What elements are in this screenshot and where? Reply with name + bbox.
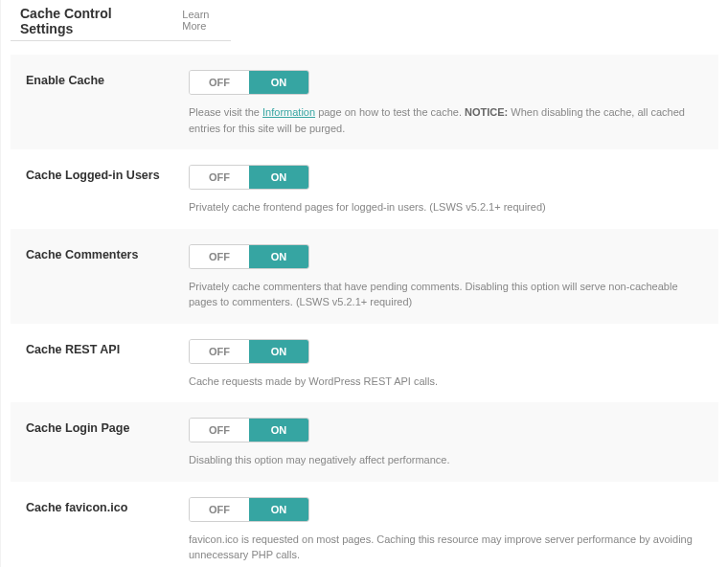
header-learn-more-link[interactable]: Learn More [182, 9, 231, 32]
row-cache-logged-in: Cache Logged-in Users OFF ON Privately c… [11, 149, 718, 229]
toggle-on[interactable]: ON [249, 340, 308, 363]
row-label: Enable Cache [26, 70, 189, 87]
desc-text: page on how to test the cache. [315, 106, 465, 118]
toggle-on[interactable]: ON [249, 498, 308, 521]
row-value: OFF ON Disabling this option may negativ… [189, 418, 703, 468]
toggle-off[interactable]: OFF [190, 419, 249, 442]
row-value: OFF ON Privately cache commenters that h… [189, 244, 703, 310]
row-desc: Privately cache commenters that have pen… [189, 279, 703, 310]
toggle-cache-favicon: OFF ON [189, 497, 309, 522]
desc-notice: NOTICE: [465, 106, 508, 118]
row-cache-commenters: Cache Commenters OFF ON Privately cache … [11, 229, 718, 324]
row-label: Cache Commenters [26, 244, 189, 261]
toggle-on[interactable]: ON [249, 419, 308, 442]
row-desc: Please visit the Information page on how… [189, 104, 703, 136]
row-desc: Cache requests made by WordPress REST AP… [189, 374, 703, 390]
toggle-on[interactable]: ON [249, 245, 308, 268]
row-cache-rest-api: Cache REST API OFF ON Cache requests mad… [11, 324, 718, 403]
toggle-cache-login-page: OFF ON [189, 418, 309, 442]
row-desc: Disabling this option may negatively aff… [189, 452, 703, 468]
panel-title: Cache Control Settings [20, 6, 153, 40]
row-value: OFF ON Privately cache frontend pages fo… [189, 165, 703, 215]
cache-settings-panel: Cache Control Settings Learn More Enable… [0, 0, 728, 567]
row-desc: Privately cache frontend pages for logge… [189, 199, 703, 215]
row-label: Cache REST API [26, 339, 189, 356]
row-cache-login-page: Cache Login Page OFF ON Disabling this o… [11, 402, 718, 482]
toggle-off[interactable]: OFF [190, 498, 249, 521]
row-label: Cache Logged-in Users [26, 165, 189, 182]
toggle-cache-rest-api: OFF ON [189, 339, 309, 364]
row-value: OFF ON Please visit the Information page… [189, 70, 703, 136]
toggle-on[interactable]: ON [249, 71, 308, 94]
row-label: Cache favicon.ico [26, 497, 189, 514]
row-label: Cache Login Page [26, 418, 189, 435]
desc-text: Please visit the [189, 106, 262, 118]
toggle-enable-cache: OFF ON [189, 70, 309, 95]
toggle-on[interactable]: ON [249, 166, 308, 189]
row-cache-favicon: Cache favicon.ico OFF ON favicon.ico is … [11, 482, 718, 568]
toggle-cache-logged-in: OFF ON [189, 165, 309, 190]
row-desc: favicon.ico is requested on most pages. … [189, 532, 703, 563]
row-enable-cache: Enable Cache OFF ON Please visit the Inf… [11, 55, 718, 149]
toggle-off[interactable]: OFF [190, 166, 249, 189]
row-value: OFF ON Cache requests made by WordPress … [189, 339, 703, 390]
toggle-off[interactable]: OFF [190, 340, 249, 363]
row-value: OFF ON favicon.ico is requested on most … [189, 497, 703, 568]
toggle-off[interactable]: OFF [190, 245, 249, 268]
toggle-off[interactable]: OFF [190, 71, 249, 94]
information-link[interactable]: Information [262, 106, 315, 118]
panel-header: Cache Control Settings Learn More [11, 0, 231, 41]
toggle-cache-commenters: OFF ON [189, 244, 309, 269]
